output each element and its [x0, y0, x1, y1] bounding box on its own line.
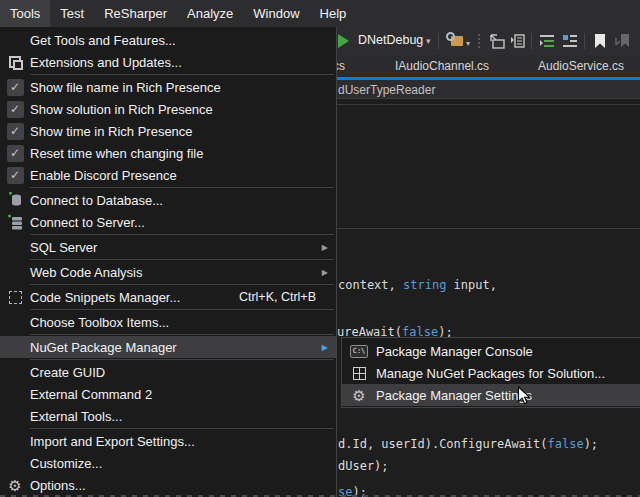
mouse-cursor-icon	[517, 386, 531, 410]
menu-bar: Tools Test ReSharper Analyze Window Help	[0, 0, 640, 27]
menu-item-create-guid[interactable]: Create GUID	[0, 361, 336, 383]
menu-separator	[30, 74, 334, 75]
icon-slot: ⚙	[342, 388, 376, 403]
editor-divider	[333, 228, 640, 229]
icon-slot: ✓	[0, 123, 30, 140]
check-icon: ✓	[7, 101, 24, 118]
bookmark-next-icon[interactable]	[614, 32, 632, 50]
icon-slot: ✓	[0, 79, 30, 96]
gear-icon: ⚙	[352, 388, 365, 403]
menu-item-label: Connect to Database...	[30, 193, 336, 208]
menubar-help[interactable]: Help	[310, 0, 357, 27]
chevron-right-icon: ▶	[322, 343, 328, 352]
nuget-submenu: C:\ Package Manager Console Manage NuGet…	[341, 337, 640, 408]
visual-studio-window: DNetDebug ▾ ▾	[0, 0, 640, 497]
icon-slot: ✓	[0, 167, 30, 184]
code-line: dUser);	[338, 459, 389, 473]
find-in-files-icon[interactable]	[446, 32, 464, 50]
magnifier-icon	[446, 32, 455, 41]
menu-item-label: Import and Export Settings...	[30, 434, 336, 449]
menu-separator	[30, 284, 334, 285]
check-icon: ✓	[7, 145, 24, 162]
menu-item-get-tools-and-features[interactable]: Get Tools and Features...	[0, 29, 336, 51]
breadcrumb[interactable]: dUserTypeReader	[338, 83, 435, 97]
submenu-item-package-manager-console[interactable]: C:\ Package Manager Console	[342, 340, 640, 362]
menu-separator	[30, 234, 334, 235]
console-icon: C:\	[350, 345, 368, 358]
menu-item-web-code-analysis[interactable]: Web Code Analysis ▶	[0, 261, 336, 283]
navigate-back-icon[interactable]	[488, 32, 506, 50]
menubar-tools[interactable]: Tools	[0, 0, 50, 27]
menu-item-reset-time-changing-file[interactable]: ✓ Reset time when changing file	[0, 142, 336, 164]
menu-item-choose-toolbox-items[interactable]: Choose Toolbox Items...	[0, 311, 336, 333]
menu-item-external-tools[interactable]: External Tools...	[0, 405, 336, 427]
menu-item-customize[interactable]: Customize...	[0, 452, 336, 474]
menu-item-label: NuGet Package Manager	[30, 340, 322, 355]
code-snippets-icon	[9, 291, 22, 304]
icon-slot	[0, 291, 30, 304]
menu-item-import-export-settings[interactable]: Import and Export Settings...	[0, 430, 336, 452]
icon-slot: ✓	[0, 145, 30, 162]
run-icon[interactable]	[338, 34, 349, 48]
menu-item-label: Get Tools and Features...	[30, 33, 336, 48]
menu-item-extensions-and-updates[interactable]: Extensions and Updates...	[0, 51, 336, 73]
server-icon	[7, 214, 23, 230]
menubar-test[interactable]: Test	[50, 0, 94, 27]
tab-iaudiochannel[interactable]: IAudioChannel.cs	[395, 59, 489, 73]
icon-slot: ✓	[0, 101, 30, 118]
extensions-icon	[9, 56, 21, 68]
tab-audioservice[interactable]: AudioService.cs	[538, 59, 624, 73]
code-keyword: string	[403, 278, 446, 292]
menu-item-code-snippets-manager[interactable]: Code Snippets Manager... Ctrl+K, Ctrl+B	[0, 286, 336, 308]
menu-item-show-solution-rich-presence[interactable]: ✓ Show solution in Rich Presence	[0, 98, 336, 120]
menu-item-enable-discord-presence[interactable]: ✓ Enable Discord Presence	[0, 164, 336, 186]
menubar-resharper[interactable]: ReSharper	[94, 0, 177, 27]
toolbar-separator	[584, 33, 585, 49]
run-configuration-selector[interactable]: DNetDebug	[358, 33, 423, 47]
code-text: );	[584, 437, 598, 451]
menu-item-label: Extensions and Updates...	[30, 55, 336, 70]
menu-item-label: Package Manager Console	[376, 344, 640, 359]
menu-item-label: Web Code Analysis	[30, 265, 322, 280]
bookmark-icon[interactable]	[591, 32, 609, 50]
menu-item-nuget-package-manager[interactable]: NuGet Package Manager ▶	[0, 336, 336, 358]
menu-item-options[interactable]: ⚙ Options...	[0, 474, 336, 496]
menubar-window[interactable]: Window	[243, 0, 309, 27]
format-indent-icon[interactable]	[538, 32, 556, 50]
database-icon	[7, 192, 23, 208]
code-text: context,	[338, 278, 403, 292]
submenu-item-package-manager-settings[interactable]: ⚙ Package Manager Settings	[342, 384, 640, 406]
code-text: d.Id, userId).ConfigureAwait(	[338, 437, 548, 451]
menu-separator	[30, 187, 334, 188]
package-icon	[353, 367, 366, 380]
check-icon: ✓	[7, 167, 24, 184]
menu-item-sql-server[interactable]: SQL Server ▶	[0, 236, 336, 258]
menu-item-connect-to-server[interactable]: Connect to Server...	[0, 211, 336, 233]
menu-separator	[30, 309, 334, 310]
menu-item-show-time-rich-presence[interactable]: ✓ Show time in Rich Presence	[0, 120, 336, 142]
chevron-right-icon: ▶	[322, 243, 328, 252]
menu-item-label: Customize...	[30, 456, 336, 471]
menu-item-label: External Command 2	[30, 387, 336, 402]
submenu-item-manage-nuget-packages[interactable]: Manage NuGet Packages for Solution...	[342, 362, 640, 384]
menu-item-connect-to-database[interactable]: Connect to Database...	[0, 189, 336, 211]
menu-separator	[30, 334, 334, 335]
menu-item-label: Show file name in Rich Presence	[30, 80, 336, 95]
icon-slot: ⚙	[0, 478, 30, 493]
chevron-down-icon[interactable]: ▾	[466, 39, 470, 48]
menubar-analyze[interactable]: Analyze	[177, 0, 243, 27]
icon-slot	[342, 367, 376, 380]
menu-item-external-command-2[interactable]: External Command 2	[0, 383, 336, 405]
icon-slot: C:\	[342, 345, 376, 358]
menu-item-label: Show time in Rich Presence	[30, 124, 336, 139]
menu-item-label: Choose Toolbox Items...	[30, 315, 336, 330]
editor-divider	[333, 104, 640, 105]
menu-item-label: Manage NuGet Packages for Solution...	[376, 366, 640, 381]
menu-item-label: Options...	[30, 478, 336, 493]
icon-slot	[0, 56, 30, 68]
menu-item-show-file-name-rich-presence[interactable]: ✓ Show file name in Rich Presence	[0, 76, 336, 98]
chevron-down-icon[interactable]: ▾	[426, 36, 431, 46]
menu-item-label: Create GUID	[30, 365, 336, 380]
copy-structure-icon[interactable]	[509, 32, 527, 50]
format-document-icon[interactable]	[561, 32, 579, 50]
